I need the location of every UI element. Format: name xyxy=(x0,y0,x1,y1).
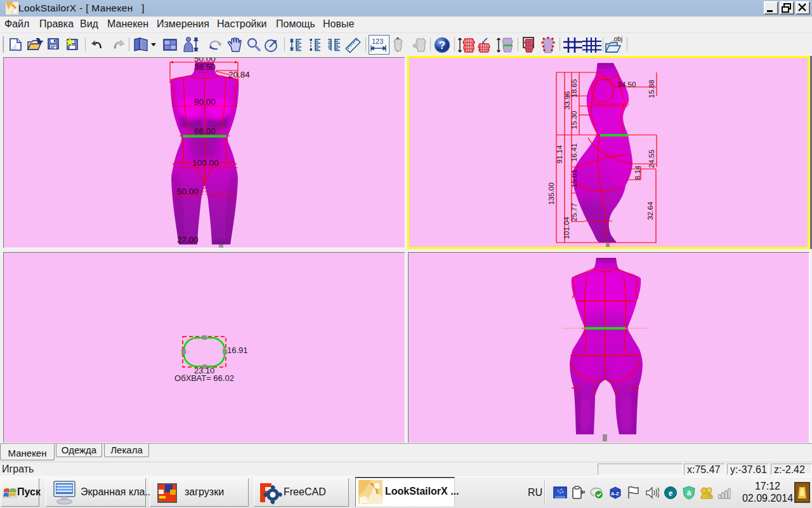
svg-text:8.14: 8.14 xyxy=(634,165,641,180)
svg-text:32.64: 32.64 xyxy=(646,201,654,220)
svg-text:123: 123 xyxy=(372,37,383,45)
svg-text:90.00: 90.00 xyxy=(194,97,216,107)
svg-text:ОбХВАТ= 66.02: ОбХВАТ= 66.02 xyxy=(174,373,234,383)
svg-text:50.00: 50.00 xyxy=(177,187,199,196)
svg-text:24.55: 24.55 xyxy=(648,150,655,168)
svg-text:38.50: 38.50 xyxy=(194,62,216,72)
svg-text:?: ? xyxy=(439,39,445,51)
svg-text:20.84: 20.84 xyxy=(228,70,250,79)
svg-text:91.14: 91.14 xyxy=(556,145,563,163)
svg-text:135.00: 135.00 xyxy=(547,182,555,204)
svg-text:e: e xyxy=(669,488,672,498)
svg-text:15.88: 15.88 xyxy=(648,80,655,98)
svg-text:18.65: 18.65 xyxy=(570,79,578,98)
svg-text:.obj: .obj xyxy=(612,36,622,43)
svg-text:34.50: 34.50 xyxy=(618,81,636,88)
svg-text:25.77: 25.77 xyxy=(570,203,578,222)
svg-text:101.04: 101.04 xyxy=(563,217,570,239)
svg-text:27.00: 27.00 xyxy=(177,235,199,244)
svg-text:16.91: 16.91 xyxy=(227,345,248,355)
svg-text:100.00: 100.00 xyxy=(192,158,218,168)
svg-text:15.30: 15.30 xyxy=(570,111,578,130)
svg-text:a: a xyxy=(687,488,691,497)
svg-text:A-Z: A-Z xyxy=(611,491,619,497)
svg-text:16.41: 16.41 xyxy=(570,144,578,162)
svg-text:33.96: 33.96 xyxy=(563,91,571,110)
svg-text:15.01: 15.01 xyxy=(570,170,578,188)
svg-text:66.00: 66.00 xyxy=(194,126,216,136)
